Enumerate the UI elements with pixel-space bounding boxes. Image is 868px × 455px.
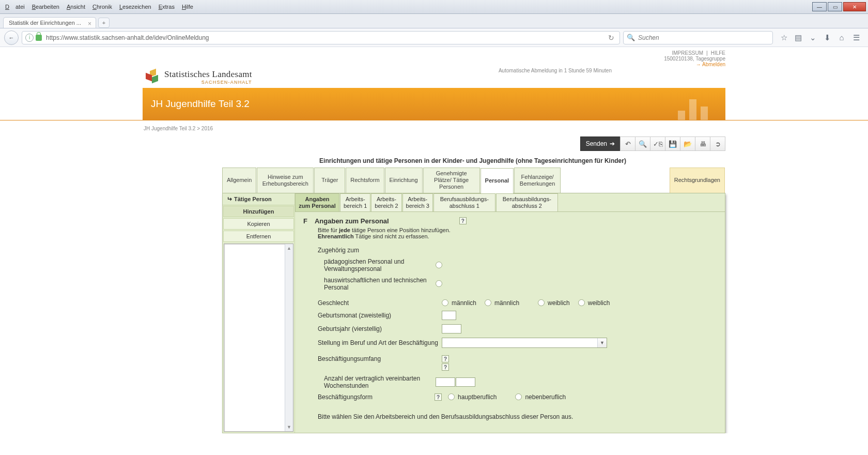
tab-einrichtung[interactable]: Einrichtung	[385, 168, 423, 193]
close-window-button[interactable]: ✕	[843, 2, 866, 11]
exit-button[interactable]: ➲	[710, 136, 725, 151]
search-input[interactable]	[637, 34, 769, 42]
maximize-button[interactable]: ▭	[828, 2, 842, 11]
tab-traeger[interactable]: Träger	[314, 168, 345, 193]
window-buttons: — ▭ ✕	[812, 2, 866, 11]
tab-rechtsgrundlagen[interactable]: Rechtsgrundlagen	[670, 168, 725, 193]
radio-m2[interactable]	[485, 299, 491, 306]
scroll-down-icon[interactable]: ▼	[285, 423, 293, 431]
side-copy-button[interactable]: Kopieren	[223, 218, 294, 230]
form-body: F Angaben zum Personal ? Bitte für jede …	[295, 212, 725, 433]
stab-angaben[interactable]: Angaben zum Personal	[295, 193, 339, 211]
lbl-wochen: Anzahl der vertraglich vereinbarten Woch…	[318, 375, 436, 389]
back-button[interactable]: ←	[4, 31, 19, 45]
input-gebmonat[interactable]	[442, 311, 456, 320]
primary-tabs: Allgemein Hinweise zum Erhebungsbereich …	[222, 168, 725, 193]
hamburger-icon[interactable]: ☰	[851, 33, 861, 42]
zoom-button[interactable]: 🔍	[635, 136, 650, 151]
account-info: 1500210138, Tagesgruppe	[664, 56, 725, 62]
send-button[interactable]: Senden ➔	[580, 136, 621, 151]
lbl-form: Beschäftigungsform	[318, 393, 430, 401]
radio-w2[interactable]	[578, 299, 585, 306]
help-umfang2-icon[interactable]: ?	[442, 363, 449, 371]
tab-allgemein[interactable]: Allgemein	[222, 168, 256, 193]
window-chrome: Datei Bearbeiten Ansicht Chronik Lesezei…	[0, 0, 868, 14]
open-button[interactable]: 📂	[680, 136, 695, 151]
lbl-umfang: Beschäftigungsumfang	[318, 355, 442, 362]
input-gebjahr[interactable]	[442, 324, 461, 333]
menu-bookmarks[interactable]: Lesezeichen	[116, 2, 154, 11]
downloads-icon[interactable]: ⬇	[823, 33, 832, 42]
folder-open-icon: 📂	[684, 140, 692, 148]
radio-haupt[interactable]	[448, 393, 455, 400]
breadcrumb: JH Jugendhilfe Teil 3.2 > 2016	[143, 120, 725, 134]
check-button[interactable]: ✓⎘	[650, 136, 665, 151]
tab-close-icon[interactable]: ×	[88, 20, 91, 27]
url-bar[interactable]: i ↻	[22, 31, 620, 44]
print-button[interactable]: 🖶	[695, 136, 710, 151]
stab-ba2[interactable]: Berufsausbildungs-abschluss 2	[496, 193, 558, 211]
home-icon[interactable]: ⌂	[837, 33, 846, 42]
scrollbar[interactable]: ▲ ▼	[285, 244, 293, 431]
radio-m1[interactable]	[442, 299, 448, 306]
side-column: Tätige Person Hinzufügen Kopieren Entfer…	[223, 193, 295, 433]
menu-history[interactable]: Chronik	[89, 2, 115, 11]
pocket-icon[interactable]: ⌄	[808, 33, 817, 42]
lock-icon	[36, 35, 42, 41]
menu-file[interactable]: Datei	[2, 2, 28, 11]
hilfe-link[interactable]: HILFE	[711, 50, 725, 56]
section-letter: F	[303, 217, 307, 225]
reload-icon[interactable]: ↻	[606, 34, 616, 42]
logout-link[interactable]: Abmelden	[696, 62, 725, 67]
person-listbox[interactable]: ▲ ▼	[224, 244, 293, 432]
logo: Statistisches Landesamt SACHSEN-ANHALT	[143, 67, 725, 85]
print-icon: 🖶	[700, 140, 706, 148]
help-umfang1-icon[interactable]: ?	[442, 355, 449, 362]
banner: JH Jugendhilfe Teil 3.2	[143, 88, 725, 120]
tab-plaetze[interactable]: Genehmigte Plätze/ Tätige Personen	[423, 168, 480, 193]
impressum-link[interactable]: IMPRESSUM	[672, 50, 703, 56]
stab-ab1[interactable]: Arbeits-bereich 1	[340, 193, 370, 211]
stab-ba1[interactable]: Berufsausbildungs-abschluss 1	[433, 193, 495, 211]
tab-personal[interactable]: Personal	[481, 168, 514, 193]
library-icon[interactable]: ▤	[794, 33, 803, 42]
menu-edit[interactable]: Bearbeiten	[29, 2, 63, 11]
logo-text-1: Statistisches Landesamt	[164, 69, 252, 80]
input-wochen2[interactable]	[456, 377, 475, 387]
browser-tab[interactable]: Statistik der Einrichtungen ... ×	[3, 17, 96, 28]
tab-rechtsform[interactable]: Rechtsform	[346, 168, 384, 193]
stab-ab3[interactable]: Arbeits-bereich 3	[402, 193, 433, 211]
radio-paed[interactable]	[436, 262, 442, 268]
radio-hauswirt[interactable]	[436, 280, 442, 287]
stab-ab2[interactable]: Arbeits-bereich 2	[371, 193, 401, 211]
send-label: Senden	[586, 140, 607, 147]
save-button[interactable]: 💾	[665, 136, 680, 151]
menu-view[interactable]: Ansicht	[64, 2, 88, 11]
hint-text: Bitte für jede tätige Person eine Positi…	[318, 227, 717, 239]
scroll-up-icon[interactable]: ▲	[285, 244, 293, 252]
secondary-tabs: Angaben zum Personal Arbeits-bereich 1 A…	[295, 193, 725, 212]
search-bar[interactable]: 🔍	[623, 31, 773, 44]
radio-neben[interactable]	[515, 393, 522, 400]
new-tab-button[interactable]: +	[98, 18, 110, 28]
input-wochen1[interactable]	[436, 377, 455, 387]
bookmark-star-icon[interactable]: ☆	[779, 33, 788, 42]
menu-extras[interactable]: Extras	[156, 2, 178, 11]
browser-menubar: Datei Bearbeiten Ansicht Chronik Lesezei…	[2, 2, 196, 11]
form-heading: Angaben zum Personal	[315, 217, 389, 225]
footer-note: Bitte wählen Sie den Arbeitsbereich und …	[318, 413, 717, 420]
radio-w1[interactable]	[538, 299, 545, 306]
info-icon[interactable]: i	[25, 34, 34, 42]
minimize-button[interactable]: —	[812, 2, 827, 11]
help-form-icon[interactable]: ?	[435, 393, 442, 401]
menu-help[interactable]: Hilfe	[179, 2, 196, 11]
url-input[interactable]	[45, 34, 606, 42]
select-stellung[interactable]: ▼	[442, 338, 607, 348]
undo-button[interactable]: ↶	[620, 136, 636, 151]
tab-fehlanzeige[interactable]: Fehlanzeige/ Bemerkungen	[514, 168, 561, 193]
lbl-hauswirt: hauswirtschaftlichen und technischen Per…	[318, 277, 436, 291]
help-heading-icon[interactable]: ?	[459, 217, 467, 224]
side-remove-button[interactable]: Entfernen	[223, 231, 294, 242]
tab-hinweise[interactable]: Hinweise zum Erhebungsbereich	[257, 168, 314, 193]
side-add-button[interactable]: Hinzufügen	[223, 206, 294, 217]
